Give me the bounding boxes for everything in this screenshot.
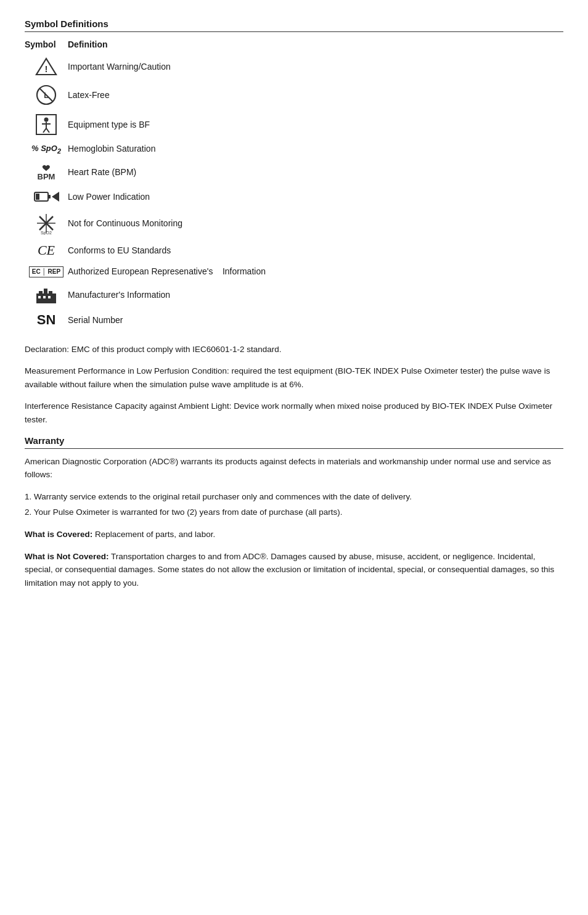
table-row: EC │ REP Authorized European Represenati… <box>25 262 563 281</box>
table-row: BPM Heart Rate (BPM) <box>25 158 563 186</box>
definition-text: Latex-Free <box>68 90 110 100</box>
svg-marker-15 <box>52 192 59 202</box>
table-row: ! Important Warning/Caution <box>25 53 563 80</box>
definition-cell: Manufacturer's Information <box>68 281 563 308</box>
symbol-cell: ! <box>25 53 68 80</box>
warranty-item-2: 2. Your Pulse Oximeter is warranted for … <box>25 506 563 519</box>
interference-text: Interference Resistance Capacity against… <box>25 400 563 426</box>
symbol-cell: SpO2 <box>25 208 68 239</box>
svg-rect-27 <box>48 296 51 298</box>
warranty-section: Warranty American Diagnostic Corporation… <box>25 435 563 590</box>
definition-cell: Equipment type is BF <box>68 110 563 139</box>
spo2-icon: % SpO2 <box>31 144 61 153</box>
covered-text: Replacement of parts, and labor. <box>92 530 215 539</box>
symbol-cell: % SpO2 <box>25 139 68 158</box>
table-row: Equipment type is BF <box>25 110 563 139</box>
svg-line-9 <box>43 128 46 133</box>
definition-text: Manufacturer's Information <box>68 290 170 300</box>
svg-rect-14 <box>36 194 39 200</box>
warning-triangle-icon: ! <box>35 57 57 76</box>
table-row: SN Serial Number <box>25 308 563 332</box>
declaration-text: Declaration: EMC of this product comply … <box>25 343 563 356</box>
symbol-cell: EC │ REP <box>25 262 68 281</box>
definition-cell: Serial Number <box>68 308 563 332</box>
symbol-cell: CE <box>25 239 68 262</box>
svg-rect-23 <box>44 289 47 293</box>
definition-text: Not for Continuous Monitoring <box>68 218 182 228</box>
symbol-table: Symbol Definition ! Important Warning/Ca… <box>25 38 563 332</box>
no-continuous-icon: SpO2 <box>35 211 58 235</box>
svg-point-6 <box>44 118 49 122</box>
symbol-definitions-section: Symbol Definitions Symbol Definition ! I… <box>25 18 563 427</box>
table-header: Symbol Definition <box>25 38 563 53</box>
symbol-cell: BPM <box>25 158 68 186</box>
symbol-definitions-title: Symbol Definitions <box>25 18 563 32</box>
warranty-title: Warranty <box>25 435 563 449</box>
bpm-icon: BPM <box>33 162 59 182</box>
definition-text: Conforms to EU Standards <box>68 245 171 255</box>
sn-icon: SN <box>37 312 56 327</box>
svg-rect-25 <box>38 296 41 298</box>
definition-cell: Hemoglobin Saturation <box>68 139 563 158</box>
low-power-icon <box>33 189 59 204</box>
symbol-cell <box>25 281 68 308</box>
symbol-cell: L <box>25 80 68 110</box>
ec-rep-icon: EC │ REP <box>29 266 63 277</box>
svg-rect-24 <box>49 291 52 293</box>
definition-text: Equipment type is BF <box>68 120 150 129</box>
svg-rect-22 <box>39 291 43 293</box>
latex-free-icon: L <box>35 84 57 106</box>
symbol-col-header: Symbol <box>25 38 68 53</box>
definition-cell: Latex-Free <box>68 80 563 110</box>
definition-text: Important Warning/Caution <box>68 62 171 72</box>
table-row: Low Power Indication <box>25 186 563 208</box>
symbol-cell <box>25 110 68 139</box>
table-row: Manufacturer's Information <box>25 281 563 308</box>
definition-text: Serial Number <box>68 315 123 325</box>
definition-cell: Important Warning/Caution <box>68 53 563 80</box>
definition-cell: Low Power Indication <box>68 186 563 208</box>
symbol-cell <box>25 186 68 208</box>
definition-col-header: Definition <box>68 38 563 53</box>
table-row: L Latex-Free <box>25 80 563 110</box>
svg-line-10 <box>46 128 49 133</box>
svg-text:SpO2: SpO2 <box>41 231 52 235</box>
definition-text: Authorized European Represenative's Info… <box>68 266 266 276</box>
definition-text: Hemoglobin Saturation <box>68 144 155 154</box>
warranty-intro: American Diagnostic Corporation (ADC®) w… <box>25 455 563 482</box>
svg-rect-13 <box>48 195 51 199</box>
symbol-cell: SN <box>25 308 68 332</box>
manufacturer-icon <box>35 285 57 305</box>
measurement-performance-text: Measurement Performance in Low Perfusion… <box>25 364 563 391</box>
not-covered-label: What is Not Covered: <box>25 552 109 561</box>
covered-label: What is Covered: <box>25 530 92 539</box>
definition-cell: Heart Rate (BPM) <box>68 158 563 186</box>
definition-cell: Not for Continuous Monitoring <box>68 208 563 239</box>
svg-rect-26 <box>43 296 46 298</box>
definition-text: Heart Rate (BPM) <box>68 167 136 177</box>
svg-text:L: L <box>44 91 48 100</box>
table-row: CE Conforms to EU Standards <box>25 239 563 262</box>
ce-icon: CE <box>38 242 55 258</box>
svg-text:BPM: BPM <box>38 172 55 181</box>
warranty-item-1: 1. Warranty service extends to the origi… <box>25 490 563 504</box>
svg-text:!: ! <box>45 64 48 74</box>
table-row: % SpO2 Hemoglobin Saturation <box>25 139 563 158</box>
definition-cell: Authorized European Represenative's Info… <box>68 262 563 281</box>
what-is-covered: What is Covered: Replacement of parts, a… <box>25 528 563 541</box>
table-row: SpO2 Not for Continuous Monitoring <box>25 208 563 239</box>
definition-cell: Conforms to EU Standards <box>68 239 563 262</box>
definition-text: Low Power Indication <box>68 192 150 202</box>
what-is-not-covered: What is Not Covered: Transportation char… <box>25 550 563 590</box>
bf-type-icon <box>35 113 57 136</box>
